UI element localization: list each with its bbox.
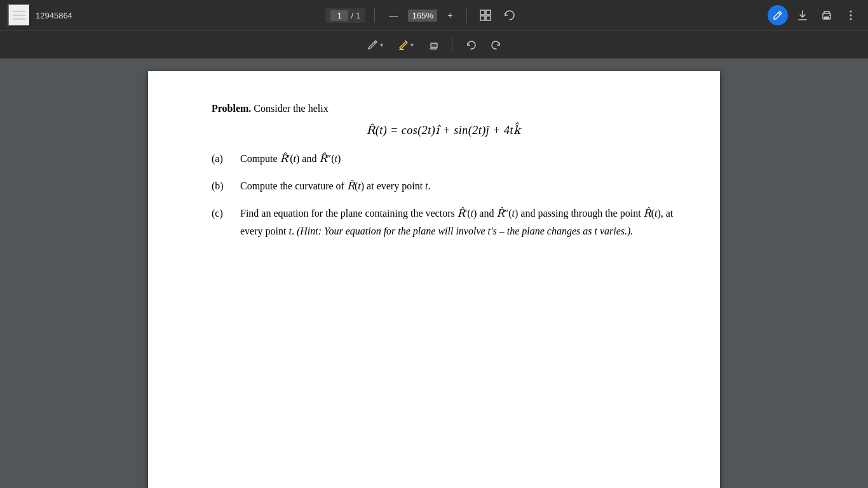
pen-dropdown-arrow: ▾ [380,41,383,48]
svg-rect-1 [13,15,25,16]
svg-rect-17 [431,43,437,48]
svg-point-12 [850,11,852,13]
print-icon [820,9,833,22]
part-c-hint: (Hint: Your equation for the plane will … [297,226,633,236]
svg-rect-4 [486,10,491,15]
part-a-label: (a) [212,150,240,167]
svg-point-11 [829,15,831,16]
more-options-button[interactable] [841,6,860,25]
page-navigation: / 1 [325,8,365,23]
svg-rect-5 [480,16,485,20]
fit-page-icon [479,9,492,22]
svg-rect-0 [13,11,25,12]
svg-rect-3 [480,10,485,15]
part-b-label: (b) [212,177,240,194]
menu-icon [13,9,25,22]
print-button[interactable] [817,6,836,25]
part-c-content: Find an equation for the plane containin… [240,205,675,239]
part-b-content: Compute the curvature of R̂(t) at every … [240,177,675,194]
document-page: Problem. Consider the helix R̂(t) = cos(… [148,71,720,488]
highlighter-dropdown-arrow: ▾ [410,41,414,48]
page-number-input[interactable] [330,10,348,21]
eraser-icon [428,39,439,51]
zoom-out-icon: — [389,10,398,20]
part-c-label: (c) [212,205,240,222]
download-button[interactable] [793,6,812,25]
divider-1 [374,8,375,23]
svg-point-13 [850,15,852,17]
pencil-edit-icon [773,10,783,20]
zoom-level-input[interactable] [408,10,437,22]
equation-display: R̂(t) = cos(2t)ı̂ + sin(2t)ĵ + 4tk̂ [367,124,521,137]
problem-header: Problem. Consider the helix [212,103,675,114]
zoom-in-icon: + [447,10,452,20]
main-equation: R̂(t) = cos(2t)ı̂ + sin(2t)ĵ + 4tk̂ [212,123,675,137]
part-a: (a) Compute R̂′(t) and R̂″(t) [212,150,675,167]
svg-rect-10 [824,17,829,19]
redo-icon [491,39,502,51]
fit-page-button[interactable] [476,6,495,25]
undo-button[interactable] [460,36,482,54]
top-toolbar: 12945864 / 1 — + [0,0,868,30]
svg-rect-2 [13,18,25,20]
page-separator: / [351,11,353,20]
part-a-content: Compute R̂′(t) and R̂″(t) [240,150,675,167]
eraser-button[interactable] [423,36,444,54]
svg-rect-6 [486,16,491,20]
menu-button[interactable] [8,4,31,27]
annotation-toolbar: ▾ ▾ [0,30,868,58]
part-b: (b) Compute the curvature of R̂(t) at ev… [212,177,675,194]
undo-icon [465,39,477,51]
problem-bold-label: Problem. [212,103,251,114]
rotate-button[interactable] [500,6,519,25]
svg-point-14 [850,18,852,20]
pen-icon [367,39,378,51]
highlighter-icon [397,39,409,51]
doc-title: 12945864 [36,11,72,20]
svg-line-7 [778,13,780,15]
ann-divider [452,37,452,53]
pen-tool-button[interactable]: ▾ [362,36,388,54]
edit-button[interactable] [768,5,788,25]
highlighter-button[interactable]: ▾ [392,36,419,54]
zoom-in-button[interactable]: + [442,7,458,24]
divider-2 [466,8,467,23]
page-total: 1 [356,11,360,20]
redo-button[interactable] [485,36,507,54]
part-c: (c) Find an equation for the plane conta… [212,205,675,239]
download-icon [796,9,809,22]
more-icon [844,9,857,22]
zoom-out-button[interactable]: — [384,7,403,24]
problem-intro-text: Consider the helix [254,103,328,114]
svg-line-15 [374,42,376,43]
rotate-icon [503,9,516,22]
document-area: Problem. Consider the helix R̂(t) = cos(… [0,58,868,488]
